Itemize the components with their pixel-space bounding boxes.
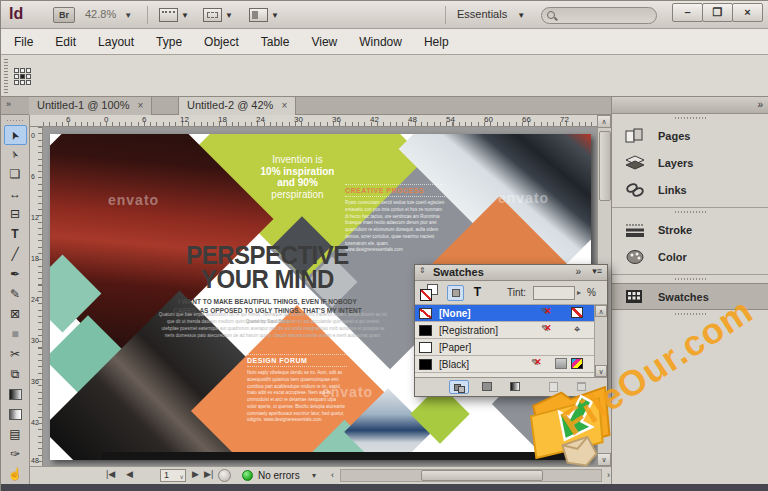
tint-field[interactable] [533, 286, 575, 300]
menu-table[interactable]: Table [250, 35, 301, 49]
zoom-level-dropdown[interactable]: 42.8%▼ [85, 8, 132, 20]
formatting-affects-container-button[interactable] [447, 285, 464, 301]
tab-untitled-1[interactable]: Untitled-1 @ 100%× [29, 97, 152, 115]
horizontal-ruler[interactable]: 6 0 6 12 18 24 30 36 42 48 54 60 66 72 [30, 115, 597, 127]
line-tool[interactable]: ╱ [4, 245, 27, 265]
panel-grip[interactable] [4, 59, 8, 93]
page-tool[interactable]: ❏ [4, 165, 27, 185]
frame-tool[interactable]: ⊠ [4, 305, 27, 325]
menu-type[interactable]: Type [145, 35, 193, 49]
minimize-button[interactable]: – [672, 3, 703, 22]
gradient-feather-tool[interactable] [4, 405, 27, 425]
ruler-number: 48 [31, 457, 39, 464]
panel-grip[interactable] [7, 117, 23, 123]
menu-view[interactable]: View [300, 35, 348, 49]
dock-item-layers[interactable]: Layers [612, 149, 768, 176]
close-button[interactable]: × [732, 3, 763, 22]
envato-watermark: envato [108, 192, 159, 208]
ruler-number: 60 [484, 115, 493, 124]
collapse-panel-icon[interactable]: » [575, 266, 581, 277]
menu-edit[interactable]: Edit [44, 35, 87, 49]
fill-proxy-swatch[interactable] [420, 289, 432, 301]
menu-window[interactable]: Window [348, 35, 413, 49]
panel-group-grip[interactable] [612, 114, 768, 122]
note-tool[interactable]: ▤ [4, 425, 27, 445]
vertical-scroll-thumb[interactable] [599, 131, 611, 201]
close-tab-icon[interactable]: × [281, 100, 287, 111]
type-tool[interactable]: T [4, 225, 27, 245]
reference-point-proxy[interactable] [14, 68, 31, 85]
previous-page-button[interactable]: ◀ [126, 469, 133, 479]
menu-layout[interactable]: Layout [87, 35, 145, 49]
show-all-swatches-button[interactable] [449, 380, 469, 394]
last-page-button[interactable]: ▶| [204, 469, 213, 479]
menu-help[interactable]: Help [413, 35, 460, 49]
grayscale-type-icon [555, 358, 567, 369]
page-number-combo[interactable]: 1∨ [160, 469, 186, 482]
free-transform-tool[interactable]: ⧉ [4, 365, 27, 385]
maximize-button[interactable]: ❐ [702, 3, 733, 22]
panel-group-grip[interactable] [612, 275, 768, 283]
direct-selection-tool-icon: ➢ [4, 146, 25, 162]
screen-mode-button[interactable]: ▼ [203, 6, 237, 24]
pages-icon [625, 128, 645, 144]
swatch-row-none[interactable]: [None] ✎✕ [415, 305, 607, 322]
dock-item-pages[interactable]: Pages [612, 122, 768, 149]
scroll-up-icon[interactable]: ∧ [595, 305, 607, 317]
scroll-left-icon[interactable]: ‹ [326, 468, 339, 483]
ruler-number: 12 [180, 115, 189, 124]
swatch-row-registration[interactable]: [Registration] ✎✕ ⌖ [415, 322, 607, 339]
search-input[interactable] [541, 7, 657, 24]
swatches-panel-titlebar[interactable]: ⇕ Swatches » ▾≡ [415, 265, 607, 281]
workspace-switcher[interactable]: Essentials▼ [457, 8, 525, 20]
eyedropper-tool-icon: ✑ [10, 445, 20, 464]
preflight-icon[interactable] [218, 469, 231, 482]
pen-tool[interactable]: ✒ [4, 265, 27, 285]
ruler-number: 48 [408, 115, 417, 124]
content-collector-tool[interactable]: ⊟ [4, 205, 27, 225]
bridge-button[interactable]: Br [53, 7, 75, 23]
panel-group-grip[interactable] [612, 208, 768, 216]
panel-cycle-icon[interactable]: ⇕ [419, 266, 426, 275]
dock-item-color[interactable]: Color [612, 243, 768, 270]
chevron-down-icon[interactable]: ▾ [312, 471, 316, 480]
ruler-number: 18 [218, 115, 227, 124]
selection-tool[interactable]: ➤ [4, 125, 27, 145]
hand-tool[interactable]: ☝ [4, 465, 27, 485]
type-tool-icon: T [11, 225, 18, 244]
close-tab-icon[interactable]: × [138, 100, 144, 111]
swatch-row-paper[interactable]: [Paper] [415, 339, 607, 356]
scissors-tool[interactable]: ✂ [4, 345, 27, 365]
view-options-button[interactable]: ▼ [159, 6, 193, 24]
eyedropper-tool[interactable]: ✑ [4, 445, 27, 465]
rectangle-tool[interactable]: ■ [4, 325, 27, 345]
tab-untitled-2[interactable]: Untitled-2 @ 42%× [178, 97, 296, 115]
vertical-ruler[interactable]: 0 6 12 18 24 30 36 42 48 [30, 127, 43, 466]
direct-selection-tool[interactable]: ➢ [4, 145, 27, 165]
formatting-affects-text-button[interactable]: T [469, 285, 486, 301]
menu-object[interactable]: Object [193, 35, 250, 49]
dock-item-stroke[interactable]: Stroke [612, 216, 768, 243]
arrange-documents-button[interactable]: ▼ [249, 6, 283, 24]
dock-header[interactable]: » [612, 97, 768, 114]
next-page-button[interactable]: ▶ [192, 469, 199, 479]
first-page-button[interactable]: |◀ [106, 469, 115, 479]
gradient-tool[interactable] [4, 385, 27, 405]
menu-file[interactable]: File [3, 35, 44, 49]
show-color-swatches-button[interactable] [477, 380, 497, 394]
registration-swatch-chip [419, 325, 432, 336]
pencil-tool[interactable]: ✎ [4, 285, 27, 305]
dock-item-links[interactable]: Links [612, 176, 768, 203]
toolbar-expand-icon[interactable]: » [6, 99, 9, 109]
scroll-up-icon[interactable]: ∧ [597, 115, 611, 128]
swatch-list-scrollbar[interactable]: ∧ ∨ [594, 305, 607, 377]
ruler-number: 0 [31, 132, 35, 139]
panel-menu-icon[interactable]: ▾≡ [592, 266, 602, 276]
gap-tool[interactable]: ↔ [4, 185, 27, 205]
rectangle-tool-icon: ■ [11, 325, 18, 344]
indesign-app-icon: Id [9, 5, 23, 23]
tint-dropdown-icon[interactable]: ▸ [577, 288, 581, 297]
collapse-dock-icon[interactable]: » [757, 99, 763, 110]
preflight-status[interactable]: No errors [258, 470, 300, 481]
ruler-number: 66 [522, 115, 531, 124]
